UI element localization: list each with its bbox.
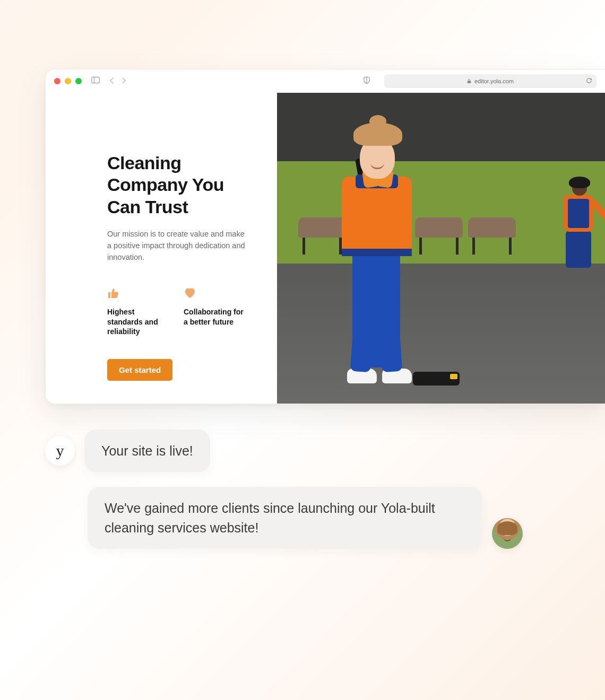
chat-row-system: y Your site is live! [45, 430, 523, 472]
user-avatar [492, 518, 523, 549]
foreground-worker [314, 102, 431, 399]
hero-scene [277, 93, 605, 404]
hero-title: Cleaning Company You Can Trust [107, 152, 256, 218]
get-started-button[interactable]: Get started [107, 359, 172, 381]
brand-avatar: y [45, 436, 75, 466]
svg-rect-0 [92, 77, 99, 83]
url-text: editor.yola.com [474, 78, 514, 84]
heart-icon [184, 287, 247, 299]
lock-icon [467, 78, 471, 84]
brand-glyph: y [56, 442, 64, 460]
window-controls [54, 78, 82, 84]
back-button[interactable] [109, 76, 115, 86]
chair-icon [468, 217, 516, 255]
svg-rect-2 [468, 81, 471, 83]
hero-subtitle: Our mission is to create value and make … [107, 229, 245, 263]
chat-bubble-user: We've gained more clients since launchin… [88, 487, 482, 549]
hero-text-pane: Cleaning Company You Can Trust Our missi… [46, 93, 277, 404]
feature-standards: Highest standards and reliability [107, 287, 171, 337]
hero-image [277, 93, 605, 404]
sidebar-toggle-icon[interactable] [91, 76, 100, 86]
chat-bubble-system: Your site is live! [84, 430, 210, 472]
background-worker [557, 173, 600, 279]
chat-row-user: We've gained more clients since launchin… [88, 487, 523, 549]
nav-arrows [109, 76, 126, 86]
feature-label: Highest standards and reliability [107, 307, 171, 337]
thumbs-up-icon [107, 287, 171, 299]
close-window-button[interactable] [54, 78, 60, 84]
feature-label: Collaborating for a better future [184, 307, 247, 327]
address-bar[interactable]: editor.yola.com [384, 74, 597, 88]
feature-row: Highest standards and reliability Collab… [107, 287, 256, 337]
chat-area: y Your site is live! We've gained more c… [45, 430, 523, 564]
browser-window: editor.yola.com Cleaning Company You Can… [45, 69, 605, 404]
browser-toolbar: editor.yola.com [46, 69, 605, 93]
privacy-shield-icon[interactable] [363, 76, 370, 86]
minimize-window-button[interactable] [65, 78, 71, 84]
forward-button[interactable] [121, 76, 126, 86]
reload-icon[interactable] [586, 76, 592, 86]
page-content: Cleaning Company You Can Trust Our missi… [46, 93, 605, 404]
feature-collaboration: Collaborating for a better future [184, 287, 247, 337]
maximize-window-button[interactable] [75, 78, 82, 84]
